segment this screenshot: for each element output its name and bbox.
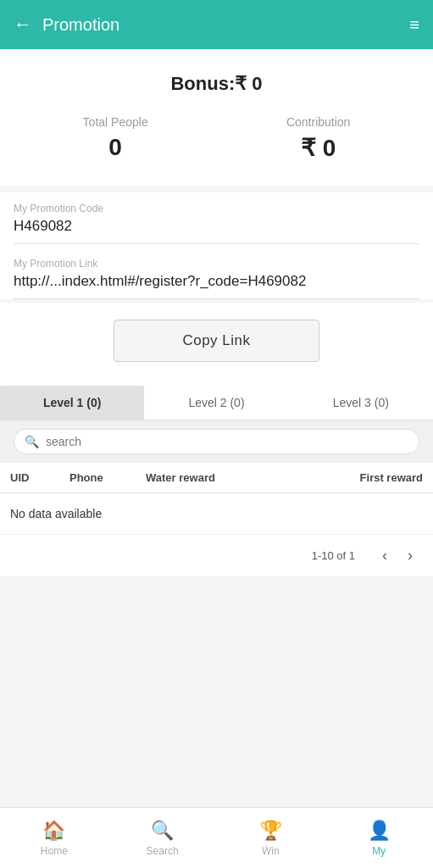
header: ← Promotion ≡: [0, 0, 433, 49]
promo-link-value[interactable]: http://...index.html#/register?r_code=H4…: [14, 273, 419, 295]
search-icon: 🔍: [25, 435, 39, 448]
bottom-nav: 🏠 Home 🔍 Search 🏆 Win 👤 My: [0, 807, 433, 868]
promo-code-group: My Promotion Code H469082: [14, 192, 419, 244]
pagination: 1-10 of 1 ‹ ›: [0, 534, 433, 576]
total-people-stat: Total People 0: [83, 115, 148, 162]
promo-link-group: My Promotion Link http://...index.html#/…: [14, 248, 419, 299]
level-tab-2[interactable]: Level 2 (0): [144, 386, 288, 420]
contribution-stat: Contribution ₹ 0: [286, 115, 351, 162]
copy-link-section: Copy Link: [0, 303, 433, 386]
nav-win-label: Win: [262, 845, 280, 857]
bonus-section: Bonus:₹ 0 Total People 0 Contribution ₹ …: [0, 49, 433, 186]
level-tab-1[interactable]: Level 1 (0): [0, 386, 144, 420]
table-section: UID Phone Water reward First reward No d…: [0, 463, 433, 534]
nav-home-label: Home: [41, 845, 68, 857]
total-people-label: Total People: [83, 115, 148, 129]
back-button[interactable]: ←: [14, 14, 32, 36]
contribution-label: Contribution: [286, 115, 351, 129]
nav-search[interactable]: 🔍 Search: [108, 813, 217, 864]
pagination-prev[interactable]: ‹: [375, 545, 394, 566]
level-tab-3[interactable]: Level 3 (0): [289, 386, 433, 420]
promo-link-label: My Promotion Link: [14, 258, 419, 270]
pagination-info: 1-10 of 1: [312, 549, 355, 562]
nav-win[interactable]: 🏆 Win: [217, 813, 325, 864]
th-water-reward: Water reward: [146, 471, 239, 484]
my-icon: 👤: [368, 820, 391, 842]
th-first-reward: First reward: [239, 471, 423, 484]
search-input[interactable]: [46, 435, 408, 448]
search-nav-icon: 🔍: [151, 820, 174, 842]
th-phone: Phone: [69, 471, 146, 484]
th-uid: UID: [10, 471, 69, 484]
no-data-message: No data available: [0, 493, 433, 534]
stats-row: Total People 0 Contribution ₹ 0: [14, 115, 419, 162]
level-tabs: Level 1 (0) Level 2 (0) Level 3 (0): [0, 386, 433, 420]
nav-home[interactable]: 🏠 Home: [0, 813, 108, 864]
promo-code-value: H469082: [14, 218, 419, 240]
search-input-wrap: 🔍: [14, 429, 419, 454]
pagination-next[interactable]: ›: [401, 545, 419, 566]
bonus-title: Bonus:₹ 0: [14, 73, 419, 95]
nav-my[interactable]: 👤 My: [325, 813, 433, 864]
nav-search-label: Search: [147, 845, 179, 857]
page-title: Promotion: [42, 15, 409, 35]
menu-icon[interactable]: ≡: [409, 15, 419, 35]
nav-my-label: My: [372, 845, 386, 857]
total-people-value: 0: [108, 134, 122, 161]
home-icon: 🏠: [42, 820, 65, 842]
copy-link-button[interactable]: Copy Link: [114, 320, 319, 362]
promo-code-label: My Promotion Code: [14, 203, 419, 214]
contribution-value: ₹ 0: [301, 134, 336, 162]
promo-fields: My Promotion Code H469082 My Promotion L…: [0, 192, 433, 299]
search-bar: 🔍: [0, 420, 433, 463]
win-icon: 🏆: [259, 820, 282, 842]
table-header: UID Phone Water reward First reward: [0, 463, 433, 493]
